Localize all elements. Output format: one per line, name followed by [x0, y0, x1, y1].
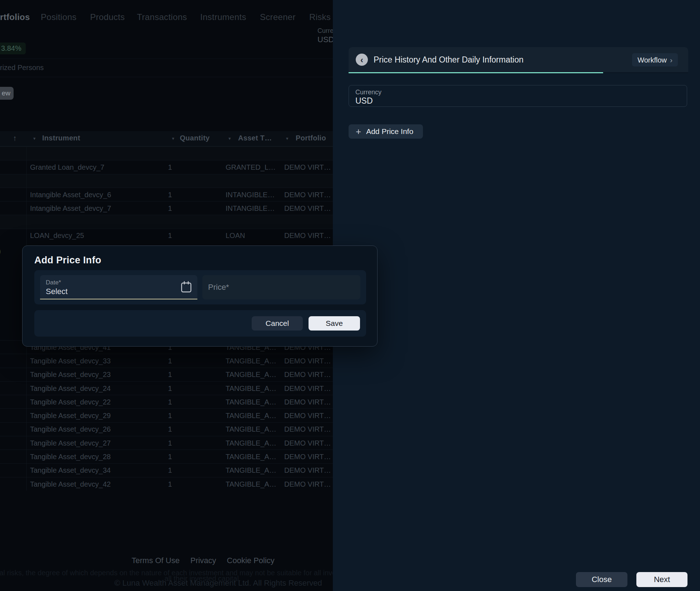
cell-asset-type: TANGIBLE_A…: [226, 384, 276, 392]
cell-portfolio: DEMO VIRT…: [284, 204, 331, 212]
divider: [0, 77, 333, 77]
calendar-icon[interactable]: [181, 281, 192, 293]
nav-item-transactions[interactable]: Transactions: [137, 12, 187, 22]
table-row[interactable]: Granted Loan_devcy_71GRANTED_L…DEMO VIRT…: [0, 160, 333, 174]
cell-asset-type: TANGIBLE_A…: [226, 412, 276, 420]
cell-portfolio: DEMO VIRT…: [284, 371, 331, 379]
close-button[interactable]: Close: [576, 572, 627, 587]
cell-quantity: 1: [168, 163, 172, 171]
cell-instrument: Intangible Asset_devcy_6: [30, 190, 111, 199]
cell-instrument: Tangible Asset_devcy_24: [30, 384, 111, 392]
cell-instrument: Intangible Asset_devcy_7: [30, 204, 111, 212]
save-button[interactable]: Save: [309, 316, 360, 331]
cell-portfolio: DEMO VIRT…: [284, 163, 331, 171]
cell-asset-type: TANGIBLE_A…: [226, 480, 276, 488]
dialog-title: Add Price Info: [34, 255, 101, 266]
table-row[interactable]: Tangible Asset_devcy_261TANGIBLE_A…DEMO …: [0, 422, 333, 436]
drawer-header: ‹ Price History And Other Daily Informat…: [349, 47, 688, 72]
cell-asset-type: TANGIBLE_A…: [226, 453, 276, 461]
table-header: ↑ ▾ Instrument ▾ Quantity ▾ Asset T… ▾ P…: [0, 131, 333, 146]
footer-link-cookie-policy[interactable]: Cookie Policy: [227, 556, 275, 565]
cell-quantity: 1: [168, 357, 172, 365]
app-screen: rtfoliosPositionsProductsTransactionsIns…: [0, 0, 700, 591]
cell-asset-type: INTANGIBLE…: [226, 204, 275, 212]
cell-quantity: 1: [168, 453, 172, 461]
view-button-fragment[interactable]: ew: [0, 87, 14, 100]
active-tab-underline-fill: [349, 72, 603, 73]
table-row[interactable]: Tangible Asset_devcy_271TANGIBLE_A…DEMO …: [0, 436, 333, 450]
table-row[interactable]: LOAN_devcy_251LOANDEMO VIRT…: [0, 229, 333, 242]
cell-portfolio: DEMO VIRT…: [284, 384, 331, 392]
paren-fragment: ): [0, 247, 1, 256]
cell-quantity: 1: [168, 190, 172, 199]
currency-field[interactable]: Currency USD: [349, 85, 687, 107]
cancel-button[interactable]: Cancel: [252, 316, 303, 331]
cell-portfolio: DEMO VIRT…: [284, 425, 331, 433]
cell-instrument: Tangible Asset_devcy_28: [30, 453, 111, 461]
table-row[interactable]: Tangible Asset_devcy_421TANGIBLE_A…DEMO …: [0, 477, 333, 491]
cell-portfolio: DEMO VIRT…: [284, 480, 331, 488]
section-label-fragment: rized Persons: [0, 64, 44, 72]
table-row[interactable]: Tangible Asset_devcy_281TANGIBLE_A…DEMO …: [0, 450, 333, 463]
cell-quantity: 1: [168, 439, 172, 447]
nav-item-products[interactable]: Products: [90, 12, 125, 22]
table-row[interactable]: Tangible Asset_devcy_231TANGIBLE_A…DEMO …: [0, 368, 333, 381]
filter-caret-icon[interactable]: ▾: [33, 136, 36, 141]
footer-link-privacy[interactable]: Privacy: [190, 556, 216, 565]
cell-portfolio: DEMO VIRT…: [284, 412, 331, 420]
plus-icon: +: [356, 127, 361, 136]
column-header-asset-type[interactable]: Asset T…: [238, 134, 272, 142]
next-button[interactable]: Next: [636, 572, 687, 587]
cell-quantity: 1: [168, 412, 172, 420]
cell-portfolio: DEMO VIRT…: [284, 466, 331, 475]
back-icon[interactable]: ‹: [356, 54, 368, 66]
currency-field-label: Currency: [355, 89, 381, 96]
footer-link-terms-of-use[interactable]: Terms Of Use: [132, 556, 179, 565]
cell-portfolio: DEMO VIRT…: [284, 190, 331, 199]
workflow-button[interactable]: Workflow›: [632, 53, 678, 66]
price-input[interactable]: [202, 275, 360, 299]
cell-instrument: Tangible Asset_devcy_34: [30, 466, 111, 475]
cell-asset-type: TANGIBLE_A…: [226, 357, 276, 365]
add-price-info-button[interactable]: + Add Price Info: [349, 124, 423, 139]
active-tab-underline: [349, 72, 688, 73]
filter-caret-icon[interactable]: ▾: [172, 136, 174, 141]
cell-instrument: Tangible Asset_devcy_23: [30, 371, 111, 379]
date-field-value: Select: [46, 287, 68, 296]
table-row[interactable]: Tangible Asset_devcy_221TANGIBLE_A…DEMO …: [0, 395, 333, 408]
column-header-instrument[interactable]: Instrument: [42, 134, 80, 142]
cell-instrument: Tangible Asset_devcy_27: [30, 439, 111, 447]
filter-caret-icon[interactable]: ▾: [228, 136, 231, 141]
table-row[interactable]: Tangible Asset_devcy_331TANGIBLE_A…DEMO …: [0, 354, 333, 367]
table-row[interactable]: Tangible Asset_devcy_241TANGIBLE_A…DEMO …: [0, 381, 333, 395]
nav-item-risks[interactable]: Risks: [309, 12, 331, 22]
footer-links: Terms Of UsePrivacyCookie Policy: [132, 556, 275, 565]
table-row[interactable]: Intangible Asset_devcy_71INTANGIBLE…DEMO…: [0, 201, 333, 215]
cell-instrument: Granted Loan_devcy_7: [30, 163, 104, 171]
cell-portfolio: DEMO VIRT…: [284, 398, 331, 406]
currency-value-fragment: USD: [317, 35, 333, 44]
change-badge: 3.84%: [0, 43, 26, 54]
cell-quantity: 1: [168, 480, 172, 488]
cell-asset-type: TANGIBLE_A…: [226, 398, 276, 406]
filter-caret-icon[interactable]: ▾: [286, 136, 289, 141]
add-price-info-label: Add Price Info: [366, 127, 413, 136]
date-field[interactable]: Date* Select: [40, 275, 197, 299]
divider: [0, 59, 333, 59]
table-row[interactable]: Intangible Asset_devcy_61INTANGIBLE…DEMO…: [0, 188, 333, 201]
sort-asc-icon[interactable]: ↑: [13, 134, 17, 143]
column-header-portfolio[interactable]: Portfolio: [296, 134, 326, 142]
currency-field-value: USD: [355, 96, 373, 106]
nav-item-instruments[interactable]: Instruments: [200, 12, 246, 22]
cell-portfolio: DEMO VIRT…: [284, 439, 331, 447]
cell-portfolio: DEMO VIRT…: [284, 232, 331, 240]
table-row[interactable]: Tangible Asset_devcy_291TANGIBLE_A…DEMO …: [0, 408, 333, 422]
footer-copyright: © Luna Wealth Asset Management Ltd. All …: [114, 578, 322, 588]
column-header-quantity[interactable]: Quantity: [180, 134, 210, 142]
nav-item-rtfolios[interactable]: rtfolios: [0, 12, 30, 22]
nav-item-screener[interactable]: Screener: [260, 12, 296, 22]
cell-asset-type: TANGIBLE_A…: [226, 466, 276, 475]
nav-item-positions[interactable]: Positions: [41, 12, 77, 22]
table-row[interactable]: Tangible Asset_devcy_341TANGIBLE_A…DEMO …: [0, 463, 333, 477]
dialog-fields-panel: Date* Select: [34, 270, 366, 304]
